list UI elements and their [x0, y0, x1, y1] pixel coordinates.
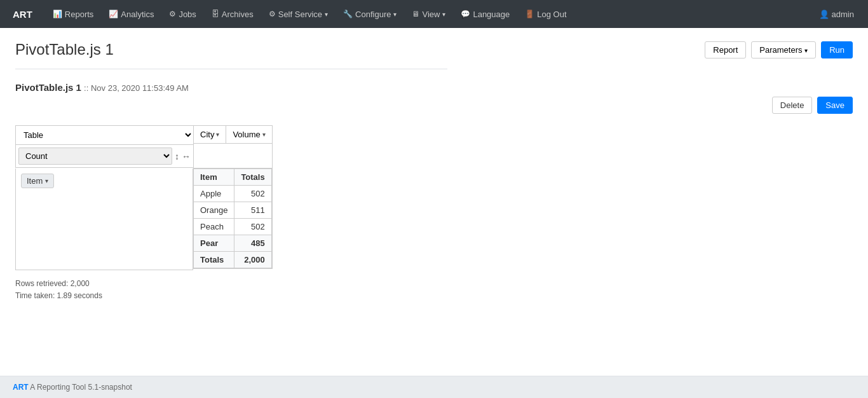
- nav-language-label: Language: [473, 10, 510, 19]
- chat-icon: 💬: [461, 10, 470, 18]
- pivot-controls: Table Bar Chart Line Chart Scatter Chart…: [15, 125, 853, 168]
- nav-analytics-label: Analytics: [121, 10, 154, 19]
- nav-language[interactable]: 💬 Language: [454, 6, 516, 23]
- nav-view-label: View: [422, 10, 440, 19]
- col-header-volume[interactable]: Volume ▾: [226, 126, 271, 143]
- chevron-down-icon: ▾: [804, 47, 808, 54]
- title-actions: Report Parameters ▾ Run: [705, 41, 853, 58]
- rows-retrieved: Rows retrieved: 2,000: [15, 278, 853, 290]
- report-title: PivotTable.js 1: [15, 82, 81, 93]
- col-item-header: Item: [194, 169, 234, 186]
- save-button[interactable]: Save: [817, 97, 853, 114]
- cell-item: Pear: [194, 235, 234, 252]
- analytics-icon: 📈: [109, 10, 118, 18]
- nav-logout-label: Log Out: [537, 10, 566, 19]
- col-totals-header: Totals: [234, 169, 271, 186]
- nav-reports-label: Reports: [65, 10, 94, 19]
- cell-totals: 502: [234, 186, 271, 202]
- nav-configure-label: Configure: [355, 10, 391, 19]
- col-header-city-label: City: [200, 130, 214, 139]
- pivot-type-row: Table Bar Chart Line Chart Scatter Chart…: [16, 126, 193, 145]
- action-row: Delete Save: [15, 97, 853, 114]
- pivot-right-panel: City ▾ Volume ▾: [193, 125, 273, 168]
- divider: [15, 69, 447, 69]
- sort-horizontal-icon[interactable]: ↔: [182, 151, 191, 161]
- run-button[interactable]: Run: [821, 41, 853, 58]
- nav-self-service[interactable]: ⚙ Self Service ▾: [262, 6, 334, 23]
- parameters-label: Parameters: [759, 45, 802, 55]
- cell-totals: 502: [234, 219, 271, 235]
- delete-button[interactable]: Delete: [772, 97, 813, 114]
- row-label-text: Item: [27, 176, 43, 186]
- report-button[interactable]: Report: [705, 41, 746, 58]
- page-container: PivotTable.js 1 Report Parameters ▾ Run …: [0, 28, 868, 315]
- table-footer-row: Totals 2,000: [194, 252, 272, 268]
- nav-jobs-label: Jobs: [179, 10, 196, 19]
- pivot-type-select[interactable]: Table Bar Chart Line Chart Scatter Chart…: [16, 126, 193, 144]
- chevron-down-icon: ▾: [393, 11, 397, 18]
- logout-icon: 🚪: [525, 10, 534, 18]
- pivot-row-section: Item ▾ Item Totals Apple502Orange511Peac…: [15, 168, 853, 270]
- bar-chart-icon: 📊: [53, 10, 62, 18]
- circle-icon: ⚙: [169, 10, 176, 18]
- pivot-table: Item Totals Apple502Orange511Peach502Pea…: [193, 168, 272, 268]
- cell-item: Orange: [194, 202, 234, 219]
- nav-jobs[interactable]: ⚙ Jobs: [163, 6, 202, 23]
- report-datetime: :: Nov 23, 2020 11:53:49 AM: [84, 83, 189, 93]
- pivot-col-headers: City ▾ Volume ▾: [194, 126, 272, 144]
- nav-analytics[interactable]: 📈 Analytics: [102, 6, 160, 23]
- nav-logout[interactable]: 🚪 Log Out: [519, 6, 573, 23]
- pivot-sort-icons: ↕ ↔: [175, 151, 191, 161]
- cell-totals: 511: [234, 202, 271, 219]
- table-row: Peach502: [194, 219, 272, 235]
- nav-reports[interactable]: 📊 Reports: [46, 6, 100, 23]
- pivot-count-row: Count Count Unique Values List Unique Va…: [16, 145, 193, 167]
- pivot-data-table: Item Totals Apple502Orange511Peach502Pea…: [193, 168, 273, 269]
- gear-icon: ⚙: [269, 10, 276, 18]
- col-header-volume-label: Volume: [233, 130, 260, 139]
- pivot-row-label-area: Item ▾: [15, 168, 193, 270]
- report-subtitle: PivotTable.js 1 :: Nov 23, 2020 11:53:49…: [15, 82, 853, 93]
- pivot-area: Table Bar Chart Line Chart Scatter Chart…: [15, 125, 853, 270]
- title-row: PivotTable.js 1 Report Parameters ▾ Run: [15, 41, 853, 58]
- navbar: ART 📊 Reports 📈 Analytics ⚙ Jobs 🗄 Archi…: [0, 0, 868, 28]
- page-title: PivotTable.js 1: [15, 41, 114, 58]
- time-taken: Time taken: 1.89 seconds: [15, 290, 853, 302]
- wrench-icon: 🔧: [343, 10, 353, 18]
- archive-icon: 🗄: [212, 10, 219, 18]
- admin-menu[interactable]: 👤 admin: [813, 6, 860, 23]
- chevron-down-icon: ▾: [262, 131, 266, 138]
- table-header-row: Item Totals: [194, 169, 272, 186]
- pivot-aggregator-select[interactable]: Count Count Unique Values List Unique Va…: [18, 148, 172, 165]
- chevron-down-icon: ▾: [442, 11, 445, 18]
- table-row: Apple502: [194, 186, 272, 202]
- cell-item: Peach: [194, 219, 234, 235]
- admin-label: admin: [832, 10, 854, 19]
- sort-vertical-icon[interactable]: ↕: [175, 151, 179, 161]
- pivot-col-filter-row: [194, 144, 272, 168]
- nav-configure[interactable]: 🔧 Configure ▾: [337, 6, 403, 23]
- pivot-left-panel: Table Bar Chart Line Chart Scatter Chart…: [15, 125, 193, 168]
- chevron-down-icon: ▾: [45, 177, 48, 184]
- nav-self-service-label: Self Service: [278, 10, 322, 19]
- table-row: Orange511: [194, 202, 272, 219]
- nav-view[interactable]: 🖥 View ▾: [405, 6, 452, 23]
- cell-totals: 485: [234, 235, 271, 252]
- cell-item: Apple: [194, 186, 234, 202]
- footer-value: 2,000: [234, 252, 271, 268]
- nav-archives-label: Archives: [222, 10, 254, 19]
- monitor-icon: 🖥: [412, 10, 419, 18]
- footer-info: Rows retrieved: 2,000 Time taken: 1.89 s…: [15, 278, 853, 302]
- app-brand[interactable]: ART: [8, 9, 37, 20]
- nav-right: 👤 admin: [813, 6, 860, 23]
- user-icon: 👤: [819, 10, 829, 19]
- row-label-tag[interactable]: Item ▾: [21, 174, 54, 188]
- chevron-down-icon: ▾: [325, 11, 328, 18]
- chevron-down-icon: ▾: [216, 131, 219, 138]
- col-header-city[interactable]: City ▾: [194, 126, 226, 143]
- footer-label: Totals: [194, 252, 234, 268]
- nav-archives[interactable]: 🗄 Archives: [205, 6, 260, 23]
- parameters-button[interactable]: Parameters ▾: [751, 41, 816, 58]
- table-row: Pear485: [194, 235, 272, 252]
